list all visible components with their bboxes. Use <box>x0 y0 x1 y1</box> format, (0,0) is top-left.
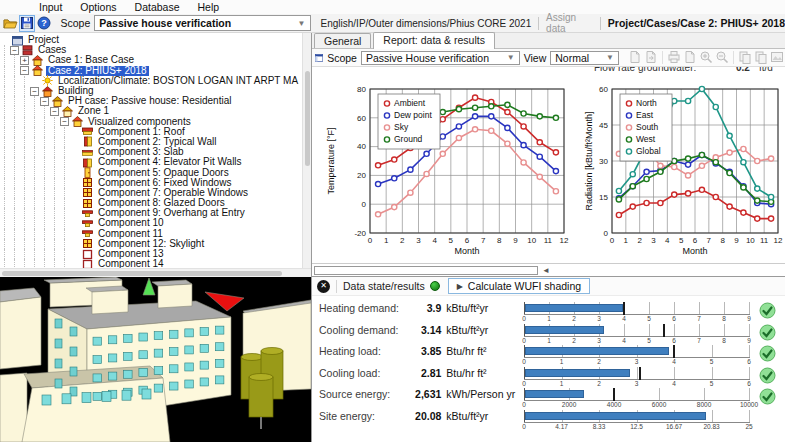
data-state-icon[interactable]: ✕ <box>317 280 330 293</box>
tree-indent-guide <box>60 147 70 157</box>
svg-text:Radiation [kBtu/ft²Month]: Radiation [kBtu/ft²Month] <box>584 111 594 210</box>
bar-axis-tick <box>749 367 750 379</box>
tree-indent-guide <box>20 127 30 137</box>
tree-indent-guide <box>20 147 30 157</box>
tree-item-case-1-base-case[interactable]: +Case 1: Base Case <box>0 55 302 65</box>
calculate-wufi-shading-button[interactable]: ▶ Calculate WUFI shading <box>448 278 590 294</box>
units-profile-text[interactable]: English/IP/Outer dimensions/Phius CORE 2… <box>321 18 532 29</box>
bar-axis-tick-label: 0 <box>522 337 526 344</box>
menu-item-help[interactable]: Help <box>189 1 229 13</box>
tree-item-zone-1[interactable]: −Zone 1 <box>0 106 302 116</box>
tree-item-label: Zone 1 <box>76 106 111 116</box>
menu-item-database[interactable]: Database <box>126 1 189 13</box>
bar-axis-tick-label: 0 <box>522 315 526 322</box>
tab-general[interactable]: General <box>314 33 371 48</box>
tree-indent-guide <box>30 218 40 228</box>
tree-indent-guide <box>20 198 30 208</box>
report-view[interactable]: Flow rate groundwater: 0.2 ft/d 01234567… <box>312 67 785 263</box>
preview-icon <box>683 50 697 66</box>
page-icon <box>628 50 642 66</box>
scope-label: Scope <box>61 17 91 29</box>
climate-charts: 0123456789101112-20020406080MonthTempera… <box>324 81 784 261</box>
bar-axis-tick <box>637 367 638 379</box>
tree-horizontal-scrollbar[interactable] <box>0 268 311 277</box>
menu-item-options[interactable]: Options <box>71 1 125 13</box>
tree-indent-guide <box>10 198 20 208</box>
tree-collapse-icon[interactable]: − <box>40 97 49 106</box>
report-hscroll-thumb[interactable] <box>314 266 538 275</box>
bar-axis-line <box>524 336 750 337</box>
svg-text:5: 5 <box>449 236 454 245</box>
tree-indent-guide <box>40 178 50 188</box>
tree-indent-guide <box>0 96 10 106</box>
open-folder-icon[interactable] <box>3 15 18 32</box>
tree-indent-guide <box>0 259 10 268</box>
groundwater-unit: ft/d <box>759 67 773 73</box>
tree-indent-guide <box>10 106 20 116</box>
tree-expand-icon[interactable]: + <box>20 56 29 65</box>
tree-collapse-icon[interactable]: − <box>30 87 39 96</box>
scope-select[interactable]: Passive house verification ▼ <box>94 15 310 31</box>
chevron-down-icon: ▼ <box>507 53 515 62</box>
scroll-left-arrow-icon[interactable]: ◄ <box>542 266 550 275</box>
tree-indent-guide <box>0 208 10 218</box>
tree-indent-guide <box>30 137 40 147</box>
bar-axis-tick-label: 5 <box>710 358 714 365</box>
bar-axis-tick <box>749 324 750 336</box>
report-horizontal-scrollbar[interactable]: ◄ <box>312 263 785 277</box>
tree-indent-guide <box>60 137 70 147</box>
tree-collapse-icon[interactable]: − <box>20 66 29 75</box>
tree-indent-guide <box>20 218 30 228</box>
bar-axis-tick <box>704 388 705 400</box>
result-value-bar <box>525 347 669 355</box>
tree-indent-guide <box>0 239 10 249</box>
tree-indent-guide <box>30 127 40 137</box>
view-select[interactable]: Normal ▼ <box>550 51 619 65</box>
result-row-site-energy-: Site energy:20.08kBtu/ft²yr04.178.3312.5… <box>312 409 785 431</box>
tree-item-ph-case-passive-house-residential[interactable]: −PH case: Passive house: Residential <box>0 96 302 106</box>
tree-indent-guide <box>40 198 50 208</box>
tree-indent-guide <box>40 208 50 218</box>
save-icon[interactable] <box>19 15 35 32</box>
tree-indent-guide <box>10 96 20 106</box>
report-window-icon <box>315 52 323 64</box>
svg-text:South: South <box>636 122 658 132</box>
tree-collapse-icon[interactable]: − <box>10 46 19 55</box>
report-scope-select[interactable]: Passive House verification ▼ <box>361 51 520 65</box>
tree-indent-guide <box>30 96 40 106</box>
tree-item-component-14[interactable]: +Component 14 <box>0 259 302 268</box>
bar-axis-tick-label: 4 <box>672 358 676 365</box>
tree-collapse-icon[interactable]: − <box>50 107 59 116</box>
bar-axis-tick-label: 5 <box>647 337 651 344</box>
tree-indent-guide <box>60 127 70 137</box>
breadcrumb: Project/Cases/Case 2: PHIUS+ 2018 <box>608 17 785 29</box>
tree-indent-guide <box>20 259 30 268</box>
bar-axis-tick <box>749 410 750 422</box>
tree-indent-guide <box>50 157 60 167</box>
bar-axis-tick <box>624 324 625 336</box>
tree-indent-guide <box>0 127 10 137</box>
tree-indent-guide <box>0 188 10 198</box>
tree-item-cases[interactable]: −Cases <box>0 45 302 55</box>
tree-indent-guide <box>0 157 10 167</box>
tree-item-localization-climate-boston-logan-int-ar[interactable]: +Localization/Climate: BOSTON LOGAN INT … <box>0 76 302 86</box>
bar-axis-tick <box>712 345 713 357</box>
tree-vertical-scrollbar[interactable] <box>302 33 311 268</box>
result-limit-marker <box>673 345 675 358</box>
bar-axis-tick-label: 2 <box>597 358 601 365</box>
help-icon[interactable]: ? <box>36 15 51 32</box>
3d-model-viewport[interactable] <box>0 277 311 442</box>
bar-axis-tick-label: 8 <box>722 315 726 322</box>
tree-vscroll-thumb[interactable] <box>305 71 310 166</box>
tree-item-label: Component 14 <box>96 259 166 268</box>
tree-indent-guide <box>20 137 30 147</box>
tree-indent-guide <box>10 157 20 167</box>
tab-report-data-results[interactable]: Report: data & results <box>373 32 495 49</box>
tree-collapse-icon[interactable]: − <box>60 117 69 126</box>
bar-axis-tick-label: 6000 <box>652 401 666 408</box>
clipped-report-line: Flow rate groundwater: 0.2 ft/d <box>312 67 785 74</box>
svg-text:4: 4 <box>665 236 670 245</box>
tree-hscroll-thumb[interactable] <box>2 271 282 276</box>
tree-item-component-4-elevator-pit-walls[interactable]: +Component 4: Elevator Pit Walls <box>0 157 302 167</box>
menu-item-input[interactable]: Input <box>30 1 71 13</box>
